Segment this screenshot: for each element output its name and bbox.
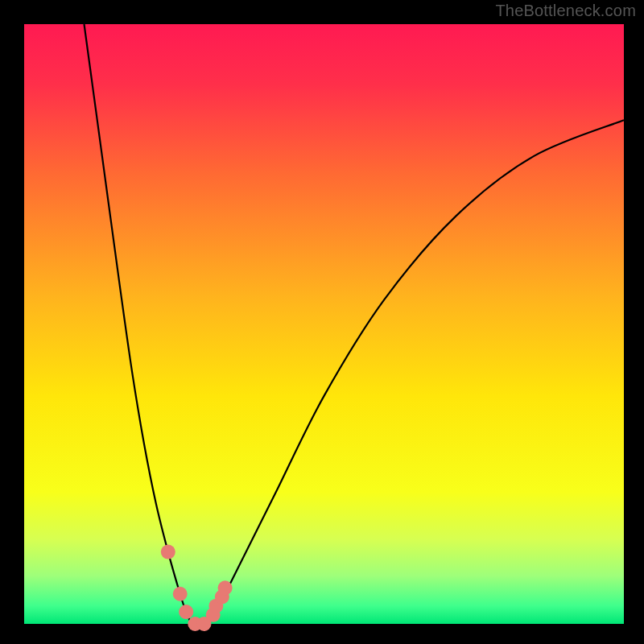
curve-marker [218, 580, 233, 595]
chart-container: TheBottleneck.com [0, 0, 644, 644]
curve-marker [179, 605, 193, 619]
plot-background [24, 24, 624, 624]
bottleneck-chart [0, 0, 644, 644]
curve-marker [161, 545, 175, 559]
watermark-text: TheBottleneck.com [495, 2, 636, 20]
curve-marker [173, 587, 188, 601]
